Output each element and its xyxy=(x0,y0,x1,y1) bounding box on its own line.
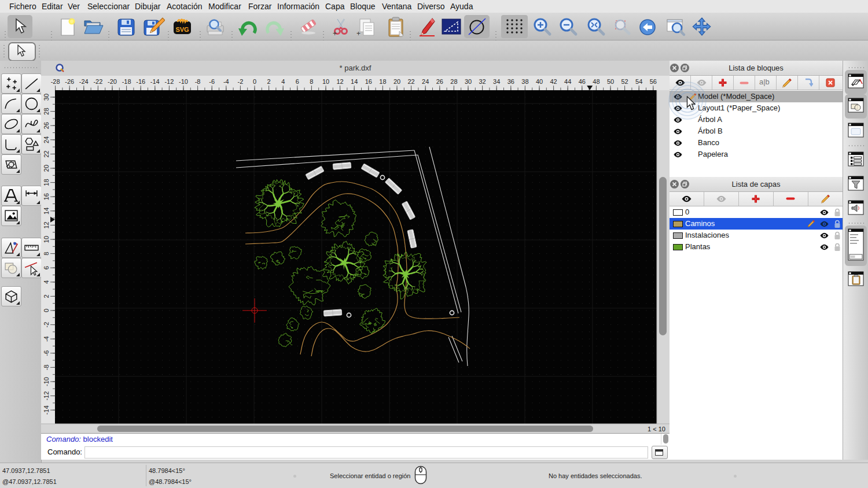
svg-text:-12: -12 xyxy=(164,78,174,85)
svg-text:2: 2 xyxy=(267,78,271,85)
svg-text:-14: -14 xyxy=(43,405,50,415)
svg-text:28: 28 xyxy=(43,108,50,114)
svg-text:+: + xyxy=(356,29,361,38)
svg-text:-24: -24 xyxy=(79,78,89,85)
svg-text:30: 30 xyxy=(43,94,50,101)
svg-text:2: 2 xyxy=(43,294,50,298)
svg-text:4: 4 xyxy=(281,78,285,85)
svg-text:44: 44 xyxy=(564,78,571,85)
svg-text:-4: -4 xyxy=(43,336,50,342)
svg-text:-10: -10 xyxy=(43,377,50,386)
svg-text:36: 36 xyxy=(507,78,514,85)
svg-text:20: 20 xyxy=(43,165,50,172)
svg-text:52: 52 xyxy=(621,78,628,85)
svg-text:14: 14 xyxy=(43,208,50,215)
svg-text:-28: -28 xyxy=(51,78,60,85)
svg-text:-8: -8 xyxy=(43,365,50,371)
svg-text:-4: -4 xyxy=(223,78,229,85)
svg-text:-20: -20 xyxy=(108,78,117,85)
svg-text:10: 10 xyxy=(43,236,50,243)
svg-text:28: 28 xyxy=(450,78,457,85)
svg-text:38: 38 xyxy=(521,78,528,85)
svg-text:-26: -26 xyxy=(65,78,74,85)
svg-text:-8: -8 xyxy=(195,78,201,85)
svg-text:20: 20 xyxy=(393,78,400,85)
svg-text:-14: -14 xyxy=(150,78,160,85)
svg-text:18: 18 xyxy=(379,78,386,85)
svg-text:0: 0 xyxy=(43,309,50,312)
svg-text:32: 32 xyxy=(479,78,486,85)
svg-text:6: 6 xyxy=(296,78,299,85)
svg-text:-6: -6 xyxy=(209,78,215,85)
svg-text:26: 26 xyxy=(436,78,443,85)
svg-text:0: 0 xyxy=(253,78,256,85)
svg-text:14: 14 xyxy=(351,78,358,85)
svg-text:6: 6 xyxy=(43,266,50,269)
svg-text:-6: -6 xyxy=(43,350,50,356)
svg-text:-12: -12 xyxy=(43,391,50,401)
svg-text:22: 22 xyxy=(407,78,414,85)
svg-text:22: 22 xyxy=(43,150,50,157)
svg-text:SVG: SVG xyxy=(175,26,189,33)
svg-text:54: 54 xyxy=(635,78,642,85)
svg-text:46: 46 xyxy=(579,78,586,85)
svg-text:48: 48 xyxy=(593,78,599,85)
svg-text:26: 26 xyxy=(43,122,50,129)
svg-text:10: 10 xyxy=(322,78,329,85)
svg-text:40: 40 xyxy=(536,78,543,85)
svg-text:4: 4 xyxy=(43,280,50,284)
svg-text:+: + xyxy=(333,29,337,38)
svg-text:1 < 10: 1 < 10 xyxy=(648,426,665,432)
svg-text:12: 12 xyxy=(43,221,50,228)
svg-text:-18: -18 xyxy=(122,78,131,85)
svg-text:-16: -16 xyxy=(136,78,145,85)
svg-text:30: 30 xyxy=(465,78,472,85)
svg-text:42: 42 xyxy=(550,78,557,85)
svg-text:50: 50 xyxy=(607,78,614,85)
svg-text:24: 24 xyxy=(43,136,50,143)
svg-text:12: 12 xyxy=(336,78,343,85)
svg-text:-22: -22 xyxy=(93,78,102,85)
svg-text:8: 8 xyxy=(43,252,50,256)
svg-text:56: 56 xyxy=(650,78,657,85)
svg-text:-10: -10 xyxy=(179,78,188,85)
svg-text:34: 34 xyxy=(493,78,500,85)
svg-text:16: 16 xyxy=(43,193,50,200)
svg-text:18: 18 xyxy=(43,179,50,186)
svg-text:16: 16 xyxy=(365,78,372,85)
svg-text:-2: -2 xyxy=(43,322,50,328)
svg-text:8: 8 xyxy=(310,78,313,85)
svg-text:-2: -2 xyxy=(238,78,244,85)
svg-text:24: 24 xyxy=(422,78,429,85)
